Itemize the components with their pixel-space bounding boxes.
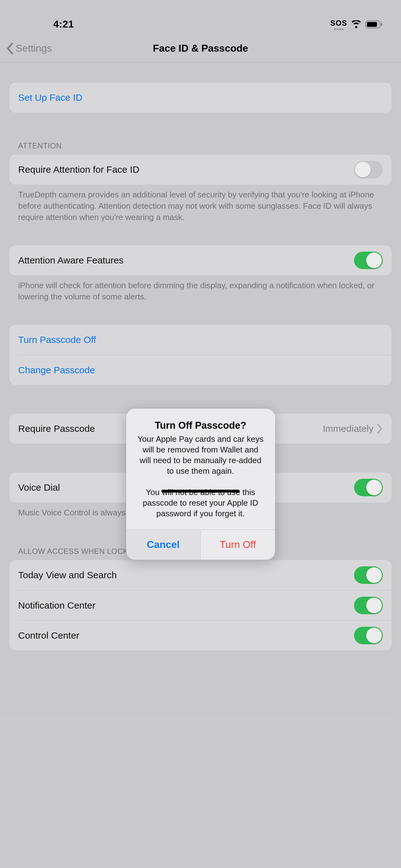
home-indicator	[161, 490, 240, 493]
row-label: Change Passcode	[18, 365, 95, 375]
chevron-right-icon	[377, 424, 383, 433]
alert-cancel-button[interactable]: Cancel	[126, 530, 200, 560]
row-change-passcode[interactable]: Change Passcode	[18, 355, 392, 385]
nav-bar: Settings Face ID & Passcode	[0, 34, 401, 63]
alert-title: Turn Off Passcode?	[137, 420, 264, 431]
back-button[interactable]: Settings	[6, 42, 52, 54]
row-turn-passcode-off[interactable]: Turn Passcode Off	[9, 325, 392, 355]
section-footer-attention: TrueDepth camera provides an additional …	[9, 185, 392, 223]
toggle-notification-center[interactable]	[354, 597, 383, 614]
row-label: Require Attention for Face ID	[18, 164, 139, 175]
row-set-up-faceid[interactable]: Set Up Face ID	[9, 83, 392, 113]
group-attention-aware: Attention Aware Features	[9, 245, 392, 275]
row-label: Control Center	[18, 630, 79, 641]
section-footer-aware: iPhone will check for attention before d…	[9, 275, 392, 302]
section-header-attention: ATTENTION	[9, 142, 392, 155]
status-bar: 4:21 SOS	[0, 0, 401, 34]
row-label: Notification Center	[18, 600, 95, 611]
back-label: Settings	[16, 42, 52, 54]
alert-confirm-button[interactable]: Turn Off	[200, 530, 275, 560]
toggle-attention-aware[interactable]	[354, 252, 383, 269]
row-value: Immediately	[323, 423, 373, 434]
alert-message: Your Apple Pay cards and car keys will b…	[137, 434, 264, 519]
row-require-attention[interactable]: Require Attention for Face ID	[9, 155, 392, 185]
svg-rect-2	[381, 23, 382, 26]
row-label: Require Passcode	[18, 423, 95, 434]
row-label: Attention Aware Features	[18, 255, 123, 266]
group-passcode-actions: Turn Passcode Off Change Passcode	[9, 325, 392, 385]
group-locked-access: Today View and Search Notification Cente…	[9, 560, 392, 650]
status-time: 4:21	[53, 19, 74, 30]
row-label: Voice Dial	[18, 482, 60, 493]
row-today-view[interactable]: Today View and Search	[9, 560, 392, 590]
toggle-today-view[interactable]	[354, 566, 383, 584]
row-notification-center[interactable]: Notification Center	[18, 590, 392, 620]
alert-turn-off-passcode: Turn Off Passcode? Your Apple Pay cards …	[126, 409, 275, 560]
row-label: Today View and Search	[18, 570, 117, 581]
svg-rect-1	[367, 22, 377, 27]
toggle-require-attention[interactable]	[354, 161, 383, 178]
toggle-voice-dial[interactable]	[354, 479, 383, 496]
group-attention: Require Attention for Face ID	[9, 155, 392, 185]
group-setup-faceid: Set Up Face ID	[9, 83, 392, 113]
sos-indicator: SOS	[330, 19, 347, 30]
row-label: Turn Passcode Off	[18, 335, 96, 345]
battery-icon	[365, 20, 382, 29]
row-label: Set Up Face ID	[18, 92, 82, 103]
page-title: Face ID & Passcode	[153, 42, 248, 54]
wifi-icon	[351, 20, 362, 29]
toggle-control-center[interactable]	[354, 627, 383, 644]
row-attention-aware[interactable]: Attention Aware Features	[9, 245, 392, 275]
row-control-center[interactable]: Control Center	[18, 620, 392, 650]
